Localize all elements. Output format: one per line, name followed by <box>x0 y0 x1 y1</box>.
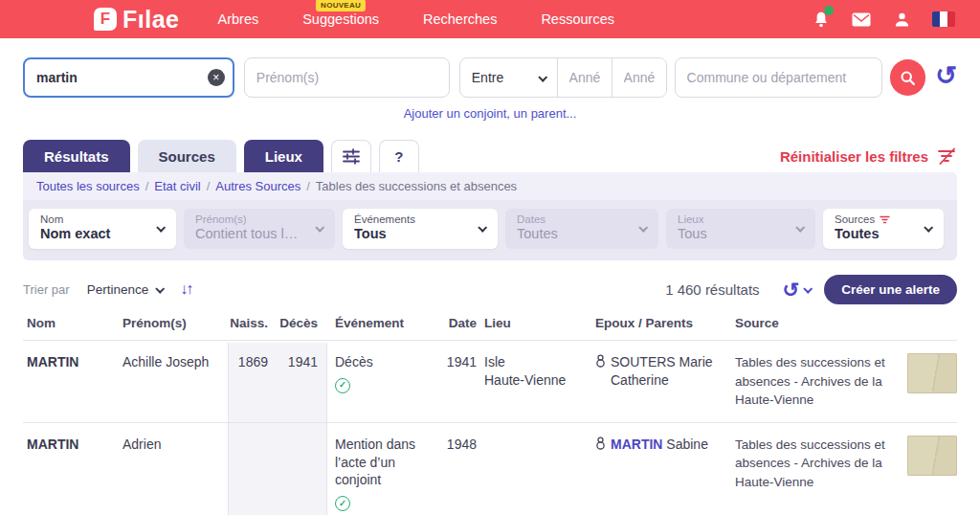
marriage-rings-icon <box>595 437 606 450</box>
account-person-icon[interactable] <box>892 10 911 29</box>
results-toolbar: Trier par Pertinence ↓↑ 1 460 résultats … <box>23 274 957 304</box>
filae-logo-icon: F <box>94 8 117 31</box>
history-icon: ↺ <box>783 280 800 300</box>
year-from-input[interactable] <box>557 58 612 97</box>
lastname-input[interactable] <box>23 57 234 98</box>
reset-filters-button[interactable]: Réinitialiser les filtres <box>780 147 957 165</box>
table-row[interactable]: MARTIN Achille Joseph 1869 1941 Décès ✓ … <box>23 340 957 422</box>
col-header-naiss: Naiss. <box>228 316 278 330</box>
filters-panel: Toutes les sources/Etat civil/Autres Sou… <box>23 172 957 260</box>
filter-evenements[interactable]: Événements Tous <box>343 209 498 249</box>
filter-dates[interactable]: Dates Toutes <box>505 209 658 249</box>
breadcrumb-etat-civil[interactable]: Etat civil <box>154 179 200 193</box>
sort-by-label: Trier par <box>23 282 70 297</box>
nav-item-recherches[interactable]: Recherches <box>423 11 497 27</box>
breadcrumb-toutes-les-sources[interactable]: Toutes les sources <box>36 179 140 193</box>
year-to-input[interactable] <box>612 58 666 97</box>
tab-sources[interactable]: Sources <box>138 140 236 172</box>
nouveau-badge: NOUVEAU <box>316 0 366 11</box>
reset-search-icon[interactable]: ↺ <box>935 63 957 89</box>
marriage-rings-icon <box>595 354 606 368</box>
firstname-input[interactable] <box>244 57 450 98</box>
col-header-date: Date <box>444 316 482 330</box>
col-header-prenoms: Prénom(s) <box>122 316 228 330</box>
breadcrumb: Toutes les sources/Etat civil/Autres Sou… <box>23 172 957 200</box>
search-button[interactable] <box>890 59 926 96</box>
sliders-icon <box>342 148 361 165</box>
help-button[interactable]: ? <box>379 140 419 172</box>
nav-item-suggestions[interactable]: NOUVEAU Suggestions <box>302 11 379 27</box>
clear-lastname-icon[interactable]: × <box>208 69 225 86</box>
col-header-nom: Nom <box>27 316 122 330</box>
chevron-down-icon <box>803 283 813 293</box>
filter-nom[interactable]: Nom Nom exact <box>29 209 176 249</box>
table-header-row: Nom Prénom(s) Naiss. Décès Événement Dat… <box>23 314 957 340</box>
col-header-epoux-parents: Epoux / Parents <box>595 316 735 330</box>
tab-lieux[interactable]: Lieux <box>244 140 323 172</box>
col-header-evenement: Événement <box>327 316 444 330</box>
search-section: × Entre ↺ Ajouter un conjoint, un parent… <box>0 38 980 121</box>
add-relative-link[interactable]: Ajouter un conjoint, un parent... <box>23 106 957 121</box>
filter-lieux[interactable]: Lieux Tous <box>666 209 815 249</box>
record-thumbnail[interactable] <box>907 353 957 393</box>
filter-sources[interactable]: Sources Toutes <box>823 209 944 249</box>
notification-status-dot <box>824 6 834 15</box>
filter-dropdowns-row: Nom Nom exact Prénom(s) Contient tous le… <box>23 200 957 260</box>
filter-slash-icon <box>936 147 957 165</box>
messages-envelope-icon[interactable] <box>852 10 871 29</box>
linked-person-link[interactable]: MARTIN <box>611 437 662 452</box>
table-row[interactable]: MARTIN Adrien Mention dans l’acte d’un c… <box>23 422 957 515</box>
breadcrumb-autres-sources[interactable]: Autres Sources <box>215 179 301 193</box>
col-header-lieu: Lieu <box>482 316 595 330</box>
place-input[interactable] <box>675 57 882 98</box>
col-header-source: Source <box>735 316 900 330</box>
notifications-bell-icon[interactable] <box>812 10 831 29</box>
search-icon <box>900 70 916 86</box>
year-range-group: Entre <box>459 57 667 98</box>
year-range-select[interactable]: Entre <box>460 58 557 97</box>
chevron-down-icon <box>538 72 547 81</box>
main-nav: Arbres NOUVEAU Suggestions Recherches Re… <box>217 11 613 27</box>
filae-logo[interactable]: F Fılae <box>94 6 179 34</box>
verified-check-icon: ✓ <box>335 496 350 511</box>
sort-select[interactable]: Pertinence <box>87 282 164 297</box>
record-thumbnail[interactable] <box>907 436 957 476</box>
chevron-down-icon <box>155 283 165 293</box>
breadcrumb-current: Tables des successions et absences <box>316 179 517 193</box>
language-flag-france[interactable] <box>932 11 955 27</box>
sort-direction-icon[interactable]: ↓↑ <box>180 280 191 298</box>
tab-resultats[interactable]: Résultats <box>23 140 130 172</box>
results-table: Nom Prénom(s) Naiss. Décès Événement Dat… <box>23 314 957 515</box>
filae-logo-text: Fılae <box>122 6 179 34</box>
active-filter-icon <box>880 215 890 224</box>
filter-prenoms[interactable]: Prénom(s) Contient tous les pr... <box>184 209 335 249</box>
verified-check-icon: ✓ <box>335 378 350 393</box>
top-navigation-bar: F Fılae Arbres NOUVEAU Suggestions Reche… <box>0 0 980 38</box>
tabs-bar: Résultats Sources Lieux ? Réinitialiser … <box>23 140 957 172</box>
nav-item-arbres[interactable]: Arbres <box>217 11 258 27</box>
col-header-deces: Décès <box>278 316 327 330</box>
search-history-button[interactable]: ↺ <box>783 280 812 300</box>
create-alert-button[interactable]: Créer une alerte <box>824 275 957 304</box>
results-count: 1 460 résultats <box>665 281 759 298</box>
nav-item-ressources[interactable]: Ressources <box>541 11 614 27</box>
filters-sliders-button[interactable] <box>331 140 371 172</box>
